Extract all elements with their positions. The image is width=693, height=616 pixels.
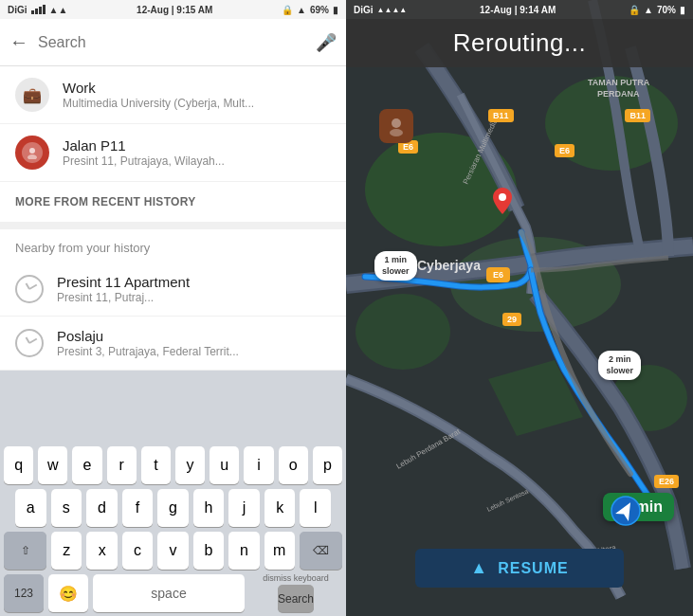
search-input-wrap[interactable] (38, 34, 306, 51)
emoji-key[interactable]: 😊 (48, 574, 88, 612)
search-keyboard-key[interactable]: Search (278, 585, 314, 612)
status-bar-left: DiGi ▲▲ 12-Aug | 9:15 AM 🔒 ▲ 69% ▮ (0, 0, 346, 19)
battery-text: 69% (310, 5, 329, 15)
search-key-wrap: dismiss keyboard Search (249, 574, 342, 612)
dismiss-label: dismiss keyboard (263, 574, 329, 583)
svg-text:TAMAN PUTRA: TAMAN PUTRA (588, 78, 650, 87)
avatar (15, 136, 49, 170)
jalan-title: Jalan P11 (63, 137, 331, 154)
key-e[interactable]: e (72, 446, 101, 484)
key-p[interactable]: p (313, 446, 342, 484)
space-key[interactable]: space (93, 574, 245, 612)
status-bar-right: DiGi ▲▲▲▲ 12-Aug | 9:14 AM 🔒 ▲ 70% ▮ (346, 0, 693, 19)
key-v[interactable]: v (157, 532, 188, 570)
key-t[interactable]: t (141, 446, 171, 484)
work-title: Work (63, 80, 331, 96)
resume-button[interactable]: ▲ RESUME (415, 549, 624, 588)
nearby-item-2-text: Poslaju Presint 3, Putrajaya, Federal Te… (57, 328, 331, 358)
key-s[interactable]: s (51, 489, 82, 527)
road-badge-b11-2: B11 (625, 109, 650, 122)
list-item[interactable]: 💼 Work Multimedia University (Cyberja, M… (0, 66, 346, 124)
route-badge-slower-2: 2 minslower (598, 351, 641, 380)
key-x[interactable]: x (86, 532, 117, 570)
rerouting-text: Rerouting... (453, 28, 586, 57)
mic-icon[interactable]: 🎤 (316, 32, 337, 53)
jalan-subtitle: Presint 11, Putrajaya, Wilayah... (63, 154, 331, 168)
key-g[interactable]: g (157, 489, 189, 527)
svg-point-5 (356, 294, 450, 370)
keyboard-row-4: 123 😊 space dismiss keyboard Search (4, 574, 342, 612)
shift-key[interactable]: ⇧ (4, 532, 46, 570)
list-item[interactable]: Jalan P11 Presint 11, Putrajaya, Wilayah… (0, 124, 346, 182)
key-y[interactable]: y (175, 446, 205, 484)
svg-point-1 (27, 154, 37, 159)
nearby-item-1-text: Presint 11 Apartment Presint 11, Putraj.… (57, 274, 331, 304)
destination-pin (493, 188, 512, 218)
nearby-section: Nearby from your history Presint 11 Apar… (0, 229, 346, 371)
key-z[interactable]: z (51, 532, 82, 570)
clock-icon (15, 275, 44, 303)
right-panel: Cyberjaya TAMAN PUTRA PERDANA Persiaran … (346, 0, 693, 616)
work-item-text: Work Multimedia University (Cyberja, Mul… (63, 80, 331, 110)
key-n[interactable]: n (228, 532, 259, 570)
list-item[interactable]: Presint 11 Apartment Presint 11, Putraj.… (0, 263, 346, 317)
key-b[interactable]: b (193, 532, 224, 570)
time-display: 12-Aug | 9:15 AM (137, 5, 212, 15)
key-o[interactable]: o (279, 446, 308, 484)
road-badge-b11-1: B11 (488, 109, 514, 122)
key-f[interactable]: f (122, 489, 154, 527)
nearby-title-1: Presint 11 Apartment (57, 274, 331, 290)
battery-icon-right: ▮ (680, 5, 685, 15)
svg-point-18 (499, 193, 506, 201)
key-j[interactable]: j (228, 489, 260, 527)
key-d[interactable]: d (86, 489, 118, 527)
key-r[interactable]: r (107, 446, 137, 484)
key-l[interactable]: l (300, 489, 331, 527)
key-h[interactable]: h (193, 489, 225, 527)
search-input[interactable] (38, 34, 306, 51)
loc-right: ▲ (644, 5, 653, 15)
list-item[interactable]: Poslaju Presint 3, Putrajaya, Federal Te… (0, 317, 346, 371)
numbers-key[interactable]: 123 (4, 574, 44, 612)
navigation-arrow (611, 496, 641, 526)
status-right: 🔒 ▲ 69% ▮ (282, 5, 338, 15)
keyboard: q w e r t y u i o p a s d f g h j k l ⇧ … (0, 371, 346, 616)
lock-icon: 🔒 (282, 5, 293, 15)
battery-right: 🔒 ▲ 70% ▮ (629, 5, 685, 15)
carrier-right: DiGi (354, 5, 374, 15)
rerouting-banner: Rerouting... (346, 19, 693, 67)
nearby-subtitle-2: Presint 3, Putrajaya, Federal Territ... (57, 345, 331, 358)
avatar-inner (22, 142, 43, 163)
wifi-icon: ▲▲ (49, 5, 68, 15)
map-avatar (379, 109, 413, 143)
key-i[interactable]: i (244, 446, 273, 484)
resume-arrow-icon: ▲ (470, 558, 488, 578)
svg-point-17 (390, 129, 403, 136)
back-button[interactable]: ← (9, 31, 28, 53)
work-subtitle: Multimedia University (Cyberja, Mult... (63, 97, 331, 110)
more-history-button[interactable]: MORE FROM RECENT HISTORY (0, 182, 346, 229)
nearby-header: Nearby from your history (0, 229, 346, 263)
delete-key[interactable]: ⌫ (300, 532, 342, 570)
key-u[interactable]: u (210, 446, 239, 484)
svg-point-16 (392, 118, 401, 128)
key-w[interactable]: w (38, 446, 67, 484)
search-header: ← 🎤 (0, 19, 346, 66)
route-e6-badge: E6 (486, 267, 510, 282)
road-badge-29: 29 (502, 313, 521, 326)
key-a[interactable]: a (15, 489, 46, 527)
key-m[interactable]: m (264, 532, 295, 570)
key-q[interactable]: q (4, 446, 33, 484)
briefcase-icon: 💼 (15, 78, 49, 112)
signal-right: ▲▲▲▲ (377, 6, 408, 14)
resume-label: RESUME (498, 560, 568, 577)
jalan-item-text: Jalan P11 Presint 11, Putrajaya, Wilayah… (63, 137, 331, 168)
key-k[interactable]: k (264, 489, 296, 527)
left-panel: DiGi ▲▲ 12-Aug | 9:15 AM 🔒 ▲ 69% ▮ ← 🎤 (0, 0, 346, 616)
svg-text:PERDANA: PERDANA (597, 89, 640, 99)
road-badge-e6-2: E6 (555, 144, 574, 157)
badge-2-text: 2 minslower (606, 354, 633, 376)
map-svg: Cyberjaya TAMAN PUTRA PERDANA Persiaran … (346, 0, 693, 616)
key-c[interactable]: c (122, 532, 153, 570)
keyboard-row-2: a s d f g h j k l (4, 489, 342, 527)
